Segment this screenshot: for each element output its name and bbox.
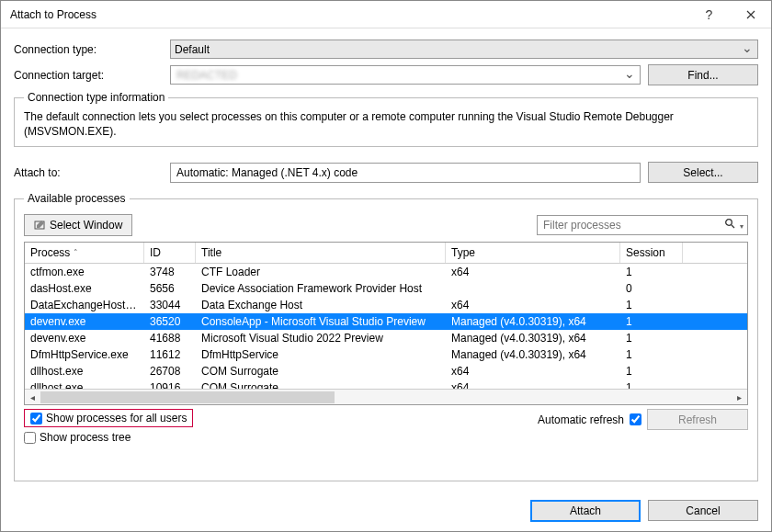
cell-id: 26708 [144,364,196,379]
cell-process: devenv.exe [25,314,144,329]
cell-session: 1 [620,265,683,279]
table-row[interactable]: DataExchangeHost.exe33044Data Exchange H… [25,297,747,313]
cell-process: devenv.exe [25,331,144,345]
cell-type: Managed (v4.0.30319), x64 [446,331,620,345]
column-session[interactable]: Session [620,243,683,263]
cell-process: DfmHttpService.exe [25,347,144,362]
cell-id: 5656 [144,281,196,296]
cell-type: Managed (v4.0.30319), x64 [446,314,620,329]
attach-to-input[interactable] [170,163,641,183]
find-button[interactable]: Find... [648,64,758,85]
cell-process: dllhost.exe [25,364,144,379]
select-window-icon [34,220,45,231]
column-type[interactable]: Type [446,243,620,263]
attach-button[interactable]: Attach [530,500,641,522]
attach-to-row: Attach to: Select... [14,162,758,183]
scroll-thumb[interactable] [40,391,335,403]
connection-type-select[interactable]: Default [170,40,758,59]
automatic-refresh-label: Automatic refresh [538,413,624,426]
cell-type: x64 [446,298,620,312]
dialog-footer: Attach Cancel [14,487,758,522]
cell-session: 1 [620,380,683,389]
svg-point-1 [725,220,732,226]
cell-id: 36520 [144,314,196,329]
cell-type: x64 [446,364,620,379]
table-row[interactable]: dasHost.exe5656Device Association Framew… [25,280,747,297]
automatic-refresh-checkbox[interactable] [630,413,641,425]
select-window-button[interactable]: Select Window [24,214,132,236]
available-processes-group: Available processes Select Window Proces… [14,192,758,481]
window-title: Attach to Process [10,8,688,21]
cell-id: 11612 [144,347,196,362]
show-all-users-checkbox[interactable] [30,413,42,424]
show-all-users-checkbox-wrap[interactable]: Show processes for all users [24,409,193,427]
show-process-tree-checkbox[interactable] [24,432,36,444]
column-title[interactable]: Title [196,243,446,263]
connection-type-info-legend: Connection type information [24,91,168,104]
select-button[interactable]: Select... [648,162,758,183]
title-bar: Attach to Process ? [1,1,771,28]
connection-type-info-group: Connection type information The default … [14,91,758,147]
cell-process: ctfmon.exe [25,265,144,279]
show-all-users-label: Show processes for all users [46,412,187,424]
cell-id: 10916 [144,380,196,389]
cell-id: 33044 [144,298,196,312]
help-button[interactable]: ? [688,1,730,28]
show-process-tree-checkbox-wrap[interactable]: Show process tree [24,431,131,444]
filter-processes-input[interactable] [537,215,748,235]
refresh-button: Refresh [647,409,748,430]
scroll-left-icon[interactable]: ◂ [25,390,40,405]
connection-type-info-text: The default connection lets you select p… [24,109,748,139]
column-process[interactable]: Process [25,243,144,263]
available-processes-legend: Available processes [24,192,130,205]
connection-target-row: Connection target: REDACTED Find... [14,64,758,85]
cell-type [446,288,620,289]
process-table: Process ID Title Type Session ctfmon.exe… [24,242,748,405]
connection-target-label: Connection target: [14,69,170,82]
attach-to-label: Attach to: [14,166,170,179]
cell-title: DfmHttpService [196,347,446,362]
cell-title: COM Surrogate [196,380,446,389]
cancel-button[interactable]: Cancel [648,500,758,521]
cell-title: CTF Loader [196,265,446,279]
cell-session: 1 [620,298,683,312]
horizontal-scrollbar[interactable]: ◂ ▸ [25,389,747,404]
connection-type-row: Connection type: Default [14,40,758,59]
cell-title: COM Surrogate [196,364,446,379]
table-row[interactable]: devenv.exe41688Microsoft Visual Studio 2… [25,330,747,346]
cell-title: Data Exchange Host [196,298,446,312]
cell-session: 1 [620,314,683,329]
cell-session: 1 [620,331,683,345]
cell-title: ConsoleApp - Microsoft Visual Studio Pre… [196,314,446,329]
column-id[interactable]: ID [144,243,196,263]
table-header: Process ID Title Type Session [25,243,747,264]
table-body[interactable]: ctfmon.exe3748CTF Loaderx641dasHost.exe5… [25,264,747,389]
table-row[interactable]: devenv.exe36520ConsoleApp - Microsoft Vi… [25,313,747,330]
cell-id: 41688 [144,331,196,345]
cell-session: 1 [620,347,683,362]
cell-title: Microsoft Visual Studio 2022 Preview [196,331,446,345]
cell-type: x64 [446,265,620,279]
cell-session: 1 [620,364,683,379]
connection-type-label: Connection type: [14,43,170,56]
cell-process: dllhost.exe [25,380,144,389]
table-row[interactable]: dllhost.exe10916COM Surrogatex641 [25,379,747,389]
close-button[interactable] [730,1,771,28]
cell-title: Device Association Framework Provider Ho… [196,281,446,296]
cell-process: DataExchangeHost.exe [25,298,144,312]
search-icon[interactable] [724,218,744,232]
cell-type: x64 [446,380,620,389]
cell-id: 3748 [144,265,196,279]
cell-process: dasHost.exe [25,281,144,296]
table-row[interactable]: dllhost.exe26708COM Surrogatex641 [25,363,747,379]
table-row[interactable]: ctfmon.exe3748CTF Loaderx641 [25,264,747,280]
scroll-right-icon[interactable]: ▸ [732,390,747,405]
connection-target-combo[interactable]: REDACTED [170,65,641,85]
cell-type: Managed (v4.0.30319), x64 [446,347,620,362]
select-window-label: Select Window [50,219,122,232]
table-row[interactable]: DfmHttpService.exe11612DfmHttpServiceMan… [25,346,747,363]
show-process-tree-label: Show process tree [40,431,131,444]
cell-session: 0 [620,281,683,296]
close-icon [746,10,755,19]
